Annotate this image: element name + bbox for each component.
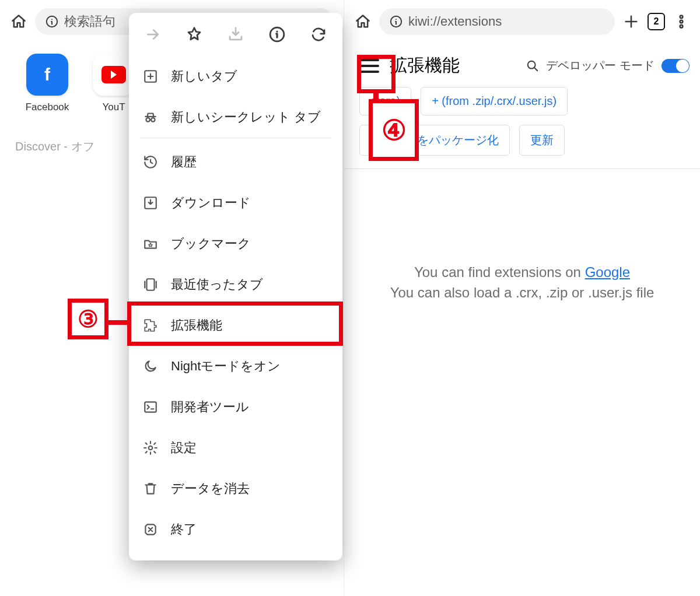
plus-square-icon — [143, 69, 158, 84]
svg-rect-6 — [147, 279, 155, 290]
menu-history[interactable]: 履歴 — [129, 142, 342, 183]
info-icon — [390, 15, 402, 28]
svg-point-10 — [680, 16, 683, 19]
new-tab-icon[interactable] — [623, 13, 639, 30]
star-icon[interactable] — [186, 26, 203, 43]
menu-downloads[interactable]: ダウンロード — [129, 183, 342, 223]
svg-point-12 — [680, 25, 683, 28]
page-title: 拡張機能 — [390, 54, 460, 78]
menu-exit[interactable]: 終了 — [129, 509, 342, 550]
incognito-icon — [143, 110, 158, 125]
info-icon — [46, 15, 58, 28]
address-text: kiwi://extensions — [408, 14, 502, 29]
toolbar-right: kiwi://extensions 2 — [344, 0, 700, 43]
svg-point-11 — [680, 20, 683, 23]
extension-icon — [143, 318, 158, 333]
callout-4: ④ — [369, 99, 419, 161]
dev-mode-toggle[interactable] — [662, 59, 690, 73]
menu-new-tab[interactable]: 新しいタブ — [129, 56, 342, 97]
svg-point-8 — [149, 446, 153, 450]
svg-rect-7 — [145, 402, 156, 412]
download-icon — [143, 195, 158, 211]
address-bar-right[interactable]: kiwi://extensions — [379, 8, 615, 35]
empty-state-message: You can find extensions on Google You ca… — [344, 169, 700, 303]
extensions-header: 拡張機能 デベロッパー モード — [344, 43, 700, 85]
hamburger-icon[interactable] — [359, 59, 379, 73]
tab-counter[interactable]: 2 — [648, 13, 665, 30]
bookmark-folder-icon — [143, 236, 158, 251]
dev-mode-label: デベロッパー モード — [546, 58, 654, 73]
terminal-icon — [143, 399, 158, 415]
tie-3 — [108, 320, 128, 325]
address-text: 検索語句 — [64, 13, 116, 30]
speed-dial-tile[interactable]: fFacebook — [22, 54, 72, 113]
search-icon[interactable] — [526, 59, 539, 72]
callout-3: ③ — [68, 299, 108, 339]
menu-devtools[interactable]: 開発者ツール — [129, 387, 342, 427]
exit-icon — [143, 522, 158, 537]
reload-icon[interactable] — [310, 26, 327, 43]
left-pane: 検索語句 fFacebook YouT EESPN.co… y!Yah Disc… — [0, 0, 344, 596]
chip-load-from-file[interactable]: + (from .zip/.crx/.user.js) — [421, 87, 568, 115]
info-circle-icon[interactable] — [268, 26, 286, 43]
menu-clear-data[interactable]: データを消去 — [129, 468, 342, 509]
overflow-menu: 新しいタブ 新しいシークレット タブ 履歴 ダウンロード ブックマーク 最近使っ… — [129, 13, 342, 560]
menu-recent-tabs[interactable]: 最近使ったタブ — [129, 264, 342, 305]
trash-icon — [143, 481, 158, 496]
kebab-icon[interactable] — [673, 13, 690, 30]
home-icon[interactable] — [355, 13, 371, 30]
menu-bookmarks[interactable]: ブックマーク — [129, 223, 342, 264]
history-icon — [143, 155, 158, 170]
download-tray-icon[interactable] — [227, 26, 244, 43]
menu-settings[interactable]: 設定 — [129, 427, 342, 468]
chip-update[interactable]: 更新 — [519, 125, 565, 156]
google-link[interactable]: Google — [585, 264, 630, 280]
menu-incognito[interactable]: 新しいシークレット タブ — [129, 97, 342, 138]
moon-icon — [143, 359, 158, 374]
recent-tabs-icon — [143, 277, 158, 292]
forward-icon[interactable] — [144, 26, 162, 43]
right-pane: kiwi://extensions 2 拡張機能 デベロッパー モード stor… — [344, 0, 700, 596]
gear-icon — [143, 440, 158, 455]
menu-extensions[interactable]: 拡張機能 — [129, 305, 342, 346]
menu-night-mode[interactable]: Nightモードをオン — [129, 346, 342, 387]
home-icon[interactable] — [10, 13, 27, 30]
